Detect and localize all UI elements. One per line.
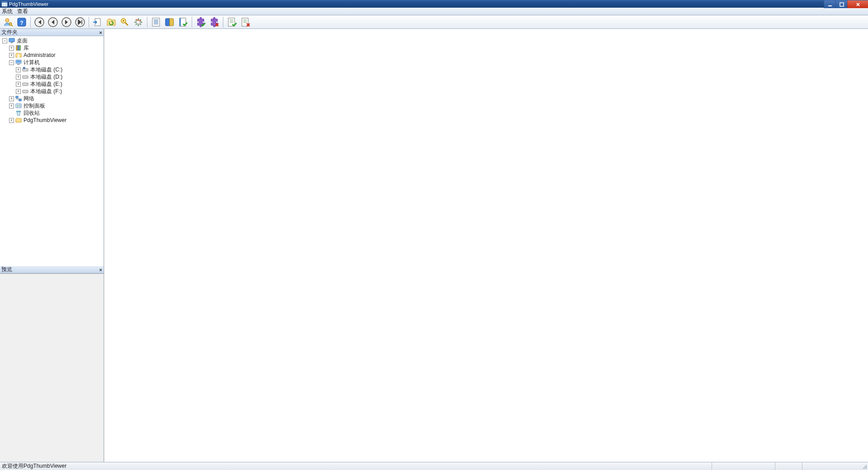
sheet-check-button[interactable] <box>226 16 238 28</box>
folders-panel-close[interactable]: × <box>99 30 102 35</box>
resize-grip-icon[interactable] <box>861 462 868 470</box>
menu-system[interactable]: 系统 <box>2 8 13 15</box>
svg-rect-21 <box>179 18 181 26</box>
svg-rect-37 <box>27 77 28 77</box>
tree-item[interactable]: + PdgThumbViewer <box>1 117 104 124</box>
status-pane-3 <box>802 462 861 470</box>
user-folder-icon <box>15 52 22 59</box>
sheet-x-button[interactable] <box>239 16 252 28</box>
work-area: 文件夹 × − 桌面 + 库 + Administrator − 计算机 + 本… <box>0 29 868 462</box>
svg-point-45 <box>17 105 19 107</box>
svg-rect-23 <box>242 18 248 26</box>
svg-rect-28 <box>19 46 21 51</box>
tree-expander[interactable]: + <box>16 75 21 80</box>
svg-rect-32 <box>17 64 19 65</box>
tree-item-label: 桌面 <box>17 37 28 45</box>
tree-item-label: 本地磁盘 (E:) <box>30 80 62 88</box>
svg-rect-2 <box>3 4 5 5</box>
svg-rect-26 <box>16 46 18 51</box>
svg-rect-46 <box>19 105 21 105</box>
preview-panel-close[interactable]: × <box>99 267 102 273</box>
minimize-button[interactable] <box>824 0 835 8</box>
tree-expander[interactable]: + <box>16 89 21 94</box>
tree-expander[interactable]: + <box>9 46 14 51</box>
svg-point-7 <box>9 23 12 25</box>
tree-item[interactable]: − 计算机 <box>1 59 104 66</box>
find-key-button[interactable] <box>118 16 131 28</box>
tree-expander[interactable]: − <box>2 38 7 43</box>
menu-view[interactable]: 查看 <box>17 8 28 15</box>
tree-expander[interactable]: + <box>9 118 14 123</box>
desktop-icon <box>8 37 15 44</box>
svg-rect-49 <box>866 465 867 466</box>
tree-item-label: Administrator <box>24 52 56 58</box>
tree-expander[interactable]: + <box>9 103 14 108</box>
settings-button[interactable] <box>132 16 145 28</box>
svg-rect-4 <box>828 5 832 6</box>
maximize-button[interactable] <box>835 0 847 8</box>
tree-item[interactable]: − 桌面 <box>1 37 104 44</box>
puzzle-check-button[interactable] <box>194 16 207 28</box>
tree-item[interactable]: + 本地磁盘 (E:) <box>1 80 104 88</box>
drive-system-icon <box>22 66 29 73</box>
svg-rect-53 <box>864 468 865 469</box>
folder-icon <box>15 117 22 124</box>
drive-icon <box>22 88 29 95</box>
recycle-bin-icon <box>15 109 22 117</box>
nav-last-button[interactable] <box>74 16 86 28</box>
network-icon <box>15 95 22 102</box>
drive-icon <box>22 80 29 88</box>
toolbar-separator <box>30 17 31 28</box>
svg-rect-39 <box>27 84 28 85</box>
preview-panel-header: 预览 × <box>0 266 104 273</box>
svg-rect-48 <box>17 111 21 112</box>
tree-item-label: 本地磁盘 (F:) <box>30 88 62 95</box>
menu-bar: 系统 查看 <box>0 8 868 15</box>
nav-next-button[interactable] <box>60 16 73 28</box>
folders-panel-header: 文件夹 × <box>0 29 104 36</box>
tree-item-label: 网络 <box>24 95 34 103</box>
close-button[interactable] <box>847 0 868 8</box>
nav-prev-button[interactable] <box>47 16 59 28</box>
svg-rect-31 <box>16 61 21 63</box>
status-pane-1 <box>712 462 775 470</box>
folder-tree[interactable]: − 桌面 + 库 + Administrator − 计算机 + 本地磁盘 (C… <box>0 36 104 266</box>
tree-expander[interactable]: + <box>16 82 21 87</box>
preview-panel <box>0 273 104 462</box>
tree-item[interactable]: + 网络 <box>1 95 104 102</box>
svg-point-6 <box>5 19 9 22</box>
tree-item[interactable]: 回收站 <box>1 109 104 117</box>
toolbar-separator <box>223 17 223 28</box>
title-bar: PdgThumbViewer <box>0 0 868 8</box>
status-message: 欢迎使用PdgThumbViewer <box>2 462 66 470</box>
nav-first-button[interactable] <box>33 16 46 28</box>
toolbar-separator <box>192 17 192 28</box>
export-button[interactable] <box>91 16 104 28</box>
book-blue-button[interactable] <box>163 16 176 28</box>
tree-expander[interactable]: − <box>9 60 14 65</box>
tree-item[interactable]: + 本地磁盘 (F:) <box>1 88 104 95</box>
tree-item[interactable]: + Administrator <box>1 52 104 59</box>
app-icon <box>1 0 8 8</box>
puzzle-x-button[interactable] <box>208 16 221 28</box>
tree-item[interactable]: + 控制面板 <box>1 102 104 109</box>
tree-expander[interactable]: + <box>9 53 14 58</box>
tree-expander[interactable]: + <box>16 67 21 72</box>
tree-item[interactable]: + 库 <box>1 44 104 52</box>
tree-item[interactable]: + 本地磁盘 (C:) <box>1 66 104 73</box>
tree-item-label: 计算机 <box>24 59 40 66</box>
svg-rect-1 <box>2 2 7 3</box>
svg-rect-42 <box>16 96 18 98</box>
list-view-button[interactable] <box>150 16 162 28</box>
book-check-button[interactable] <box>177 16 189 28</box>
refresh-folder-button[interactable] <box>105 16 118 28</box>
user-key-button[interactable] <box>2 16 14 28</box>
svg-text:?: ? <box>20 20 23 26</box>
help-button[interactable]: ? <box>15 16 28 28</box>
tree-item[interactable]: + 本地磁盘 (D:) <box>1 73 104 80</box>
tree-expander[interactable]: + <box>9 96 14 101</box>
control-panel-icon <box>15 102 22 109</box>
content-area <box>104 29 868 462</box>
folders-panel-title: 文件夹 <box>1 28 18 36</box>
svg-rect-19 <box>152 18 160 26</box>
